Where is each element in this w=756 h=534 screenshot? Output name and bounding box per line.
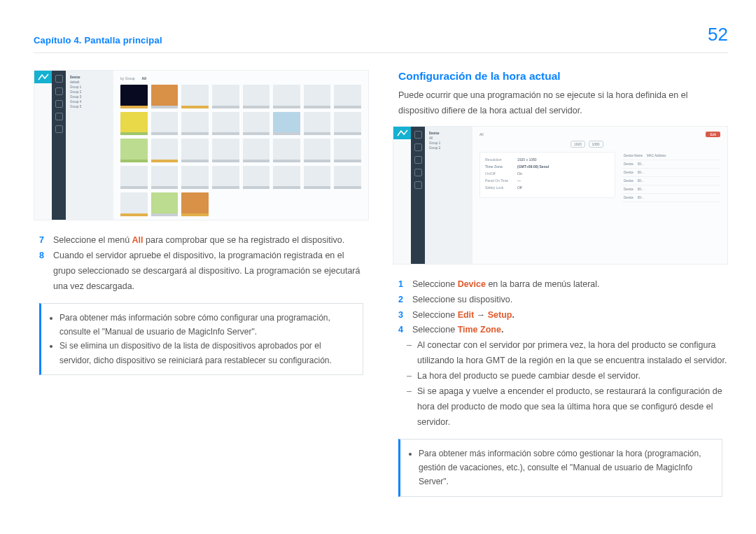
shot-pill: 1920	[570, 141, 585, 148]
step-text: Cuando el servidor apruebe el dispositiv…	[53, 248, 363, 295]
note-item: Para obtener más información sobre cómo …	[59, 311, 354, 339]
shot-side-title: Device	[429, 131, 468, 136]
shot-group: Group 5	[70, 104, 109, 109]
shot-group: Group 1	[70, 85, 109, 90]
step-number: 7	[39, 233, 46, 248]
ui-setup-emph: Setup	[488, 310, 512, 320]
section-heading: Configuración de la hora actual	[398, 70, 722, 83]
shot-col: Device Name	[624, 154, 643, 157]
shot-side-title: Device	[70, 75, 109, 80]
form-label: Panel On Time	[485, 178, 512, 183]
form-value: On	[517, 171, 522, 176]
step-text: Seleccione Time Zone.	[412, 323, 503, 338]
note-item: Para obtener más información sobre cómo …	[419, 447, 713, 489]
step-number: 2	[398, 293, 405, 308]
form-value: Off	[517, 185, 522, 190]
form-label: Time Zone	[485, 164, 512, 169]
form-value: (GMT+09:00) Seoul	[517, 164, 549, 169]
note-box: Para obtener más información sobre cómo …	[398, 439, 722, 497]
arrow-icon: →	[474, 310, 487, 320]
step-number: 4	[398, 323, 405, 338]
step-text: Seleccione Edit → Setup.	[412, 308, 514, 323]
sub-item: Si se apaga y vuelve a encender el produ…	[417, 384, 728, 430]
shot-group: Group 3	[70, 94, 109, 99]
form-label: Safety Lock	[485, 185, 512, 190]
step-number: 3	[398, 308, 405, 323]
shot-pill: 1080	[589, 141, 603, 148]
shot-group: default	[70, 80, 109, 85]
shot-badge: Edit	[706, 132, 720, 137]
sub-item: Al conectar con el servidor por primera …	[417, 338, 728, 369]
page-number: 52	[708, 24, 728, 45]
ui-edit-emph: Edit	[458, 310, 475, 320]
step-text: Seleccione su dispositivo.	[412, 293, 512, 308]
shot-col: MAC Address	[647, 154, 666, 157]
intro-paragraph: Puede ocurrir que una programación no se…	[398, 88, 722, 119]
step-text: Seleccione Device en la barra de menús l…	[412, 277, 600, 293]
step-number: 8	[39, 248, 46, 295]
shot-group: Group 4	[70, 99, 109, 104]
sub-item: La hora del producto se puede cambiar de…	[417, 369, 640, 384]
form-label: Resolution	[485, 157, 512, 162]
ui-timezone-emph: Time Zone	[458, 325, 501, 335]
form-label: On/Off	[485, 171, 512, 176]
shot-tab: All	[142, 76, 146, 80]
shot-tab: by Group	[120, 76, 135, 80]
screenshot-device-grid: Device default Group 1 Group 2 Group 3 G…	[34, 70, 369, 220]
note-box: Para obtener más información sobre cómo …	[39, 303, 363, 376]
screenshot-device-timezone: Device AllGroup 1Group 2 All Edit 1920 1…	[393, 126, 728, 265]
shot-group: Group 2	[70, 90, 109, 94]
step-number: 1	[398, 277, 405, 293]
note-item: Si se elimina un dispositivo de la lista…	[59, 339, 354, 367]
ui-all-emph: All	[132, 235, 144, 245]
step-text: Seleccione el menú All para comprobar qu…	[53, 233, 344, 248]
shot-tab: All	[479, 132, 484, 136]
chapter-title: Capítulo 4. Pantalla principal	[34, 35, 162, 45]
ui-device-emph: Device	[458, 279, 486, 289]
divider	[34, 52, 728, 53]
